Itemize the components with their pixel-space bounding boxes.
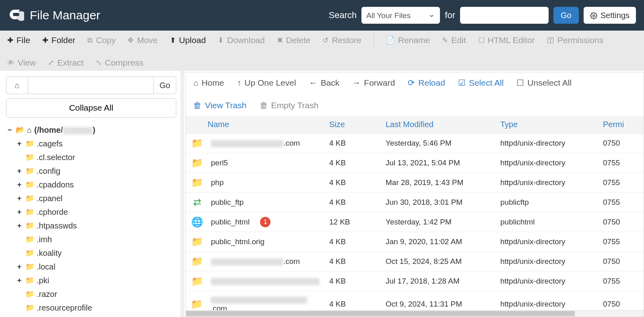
expand-icon[interactable]: + xyxy=(16,165,23,177)
file-modified: Jul 17, 2018, 1:28 AM xyxy=(381,272,495,291)
html-editor-button[interactable]: ☐HTML Editor xyxy=(478,35,535,45)
permissions-button[interactable]: ⚿Permissions xyxy=(547,35,603,45)
file-table: Name Size Last Modified Type Permi 📁.com… xyxy=(186,116,644,310)
select-all-button[interactable]: ☑Select All xyxy=(458,78,504,88)
folder-icon: 📁 xyxy=(25,275,34,286)
delete-button[interactable]: ✖Delete xyxy=(277,35,311,45)
tree-item[interactable]: +📁.resourceprofile xyxy=(16,301,176,315)
tree-root[interactable]: − 📂 ⌂ (/home/) xyxy=(6,123,176,137)
col-permissions[interactable]: Permi xyxy=(598,116,644,134)
compress-button[interactable]: ⤡Compress xyxy=(96,58,144,68)
table-row[interactable]: 📁perl54 KBJul 13, 2021, 5:04 PMhttpd/uni… xyxy=(186,153,644,173)
table-row[interactable]: ⇄public_ftp4 KBJun 30, 2018, 3:01 PMpubl… xyxy=(186,193,644,212)
html-icon: ☐ xyxy=(478,36,485,45)
table-row[interactable]: 📁public_html.orig4 KBJan 9, 2020, 11:02 … xyxy=(186,232,644,252)
ftp-icon: ⇄ xyxy=(191,197,204,208)
tree-item[interactable]: +📁.imh xyxy=(16,233,176,246)
extract-button[interactable]: ⤢Extract xyxy=(48,58,83,68)
restore-button[interactable]: ↺Restore xyxy=(322,35,361,45)
expand-icon[interactable]: + xyxy=(16,206,23,218)
table-row[interactable]: 📁.com4 KBOct 15, 2024, 8:25 AMhttpd/unix… xyxy=(186,252,644,272)
folder-icon: 📁 xyxy=(25,234,34,245)
col-size[interactable]: Size xyxy=(324,116,381,134)
collapse-all-button[interactable]: Collapse All xyxy=(6,98,176,117)
view-trash-button[interactable]: 🗑View Trash xyxy=(193,101,247,110)
tree-item[interactable]: +📁.cpaddons xyxy=(16,178,176,191)
tree-item[interactable]: +📁.softaculous xyxy=(16,315,176,317)
folder-button[interactable]: ✚Folder xyxy=(42,35,76,45)
table-row[interactable]: 📁.com4 KBOct 9, 2024, 11:31 PMhttpd/unix… xyxy=(186,291,644,311)
file-size: 4 KB xyxy=(324,173,381,193)
file-type: publichtml xyxy=(495,212,598,232)
folder-icon: 📁 xyxy=(25,220,34,232)
expand-icon[interactable]: + xyxy=(16,179,23,191)
tree-item[interactable]: +📁.cphorde xyxy=(16,205,176,219)
expand-icon[interactable]: + xyxy=(16,316,23,317)
folder-icon: 📁 xyxy=(191,157,204,169)
table-row[interactable]: 📁.com4 KBYesterday, 5:46 PMhttpd/unix-di… xyxy=(186,134,644,153)
edit-button[interactable]: ✎Edit xyxy=(442,35,466,45)
reload-button[interactable]: ⟳Reload xyxy=(408,78,445,88)
col-name[interactable]: Name xyxy=(186,116,324,134)
horizontal-scrollbar[interactable] xyxy=(186,310,644,317)
tree-item[interactable]: +📁.cpanel xyxy=(16,191,176,205)
path-go-button[interactable]: Go xyxy=(154,76,176,94)
tree-item[interactable]: +📁.cl.selector xyxy=(16,150,176,164)
search-scope-select[interactable]: All Your Files xyxy=(361,7,440,24)
col-modified[interactable]: Last Modified xyxy=(381,116,495,134)
collapse-icon[interactable]: − xyxy=(6,124,13,136)
tree-item[interactable]: +📁.htpasswds xyxy=(16,219,176,233)
unselect-all-button[interactable]: ☐Unselect All xyxy=(516,78,572,88)
folder-icon: 📁 xyxy=(191,256,204,267)
table-row[interactable]: 📁php4 KBMar 28, 2019, 1:43 PMhttpd/unix-… xyxy=(186,173,644,193)
file-permissions: 0755 xyxy=(598,173,644,193)
view-button[interactable]: 👁View xyxy=(7,58,36,68)
home-button[interactable]: ⌂Home xyxy=(193,78,224,88)
file-name: .com xyxy=(211,257,300,266)
up-one-level-button[interactable]: ↑Up One Level xyxy=(237,78,296,88)
right-arrow-icon: → xyxy=(352,78,361,88)
path-input[interactable] xyxy=(28,76,154,94)
file-modified: Oct 9, 2024, 11:31 PM xyxy=(381,291,495,311)
upload-button[interactable]: ⬆Upload xyxy=(170,35,206,45)
trash-icon: 🗑 xyxy=(260,101,268,110)
expand-icon[interactable]: + xyxy=(16,261,23,273)
col-type[interactable]: Type xyxy=(495,116,598,134)
tree-item[interactable]: +📁.razor xyxy=(16,287,176,301)
home-icon[interactable]: ⌂ xyxy=(6,76,28,94)
file-permissions: 0755 xyxy=(598,153,644,173)
tree-item[interactable]: +📁.koality xyxy=(16,246,176,260)
search-input[interactable] xyxy=(460,7,549,24)
file-button[interactable]: ✚File xyxy=(7,35,30,45)
back-button[interactable]: ←Back xyxy=(309,78,340,88)
copy-button[interactable]: ⧉Copy xyxy=(87,35,116,45)
expand-icon[interactable]: + xyxy=(16,138,23,150)
tree-item[interactable]: +📁.cagefs xyxy=(16,137,176,150)
svg-point-0 xyxy=(592,15,594,17)
file-size: 4 KB xyxy=(324,252,381,272)
trash-icon: 🗑 xyxy=(193,101,202,110)
move-button[interactable]: ✥Move xyxy=(128,35,157,45)
rename-button[interactable]: 📄Rename xyxy=(386,35,430,45)
sidebar: ⌂ Go Collapse All − 📂 ⌂ (/home/) +📁.cage… xyxy=(0,71,184,317)
folder-icon: 📁 xyxy=(25,152,34,163)
download-button[interactable]: ⬇Download xyxy=(218,35,264,45)
expand-icon[interactable]: + xyxy=(16,275,23,286)
forward-button[interactable]: →Forward xyxy=(352,78,395,88)
gear-icon xyxy=(590,11,597,20)
folder-icon: 📁 xyxy=(25,165,34,177)
table-row[interactable]: 🌐public_html112 KBYesterday, 1:42 PMpubl… xyxy=(186,212,644,232)
file-type: httpd/unix-directory xyxy=(495,232,598,252)
settings-button[interactable]: Settings xyxy=(584,7,636,24)
tree-item[interactable]: +📁.pki xyxy=(16,274,176,287)
search-go-button[interactable]: Go xyxy=(553,7,579,24)
empty-trash-button[interactable]: 🗑Empty Trash xyxy=(260,101,319,110)
file-permissions: 0750 xyxy=(598,212,644,232)
expand-icon[interactable]: + xyxy=(16,220,23,232)
file-type: httpd/unix-directory xyxy=(495,252,598,272)
expand-icon[interactable]: + xyxy=(16,193,23,204)
tree-item[interactable]: +📁.local xyxy=(16,260,176,274)
tree-item[interactable]: +📁.config xyxy=(16,164,176,178)
table-row[interactable]: 📁4 KBJul 17, 2018, 1:28 AMhttpd/unix-dir… xyxy=(186,272,644,291)
file-name: .com xyxy=(211,139,300,148)
